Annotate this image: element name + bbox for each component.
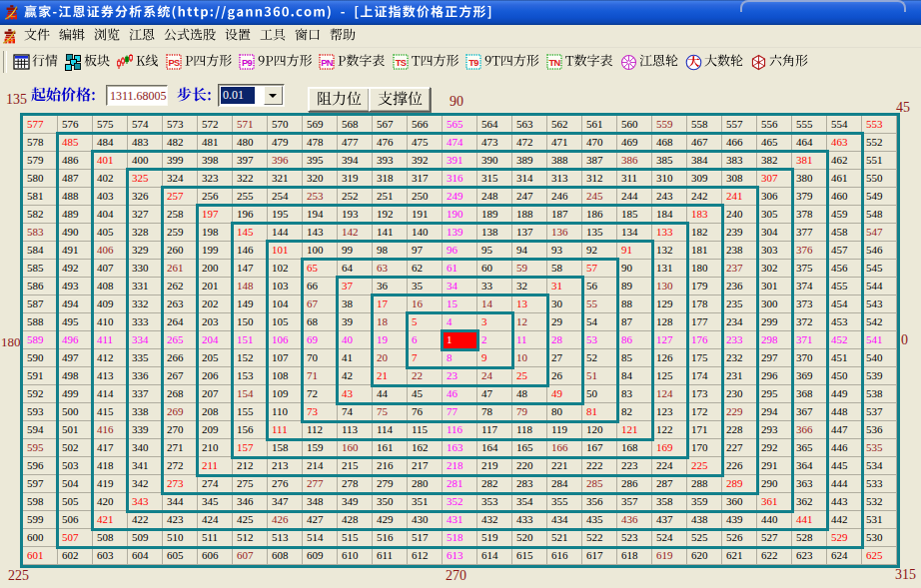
grid-cell[interactable]: 78 <box>477 403 512 421</box>
grid-cell[interactable]: 35 <box>408 278 443 295</box>
grid-cell[interactable]: 543 <box>862 295 897 313</box>
grid-cell[interactable]: 359 <box>687 493 722 511</box>
grid-cell[interactable]: 109 <box>268 385 303 403</box>
grid-cell[interactable]: 395 <box>303 152 338 170</box>
grid-cell[interactable]: 513 <box>268 529 303 547</box>
grid-cell[interactable]: 570 <box>268 116 303 134</box>
grid-cell[interactable]: 524 <box>652 529 687 547</box>
grid-cell[interactable]: 51 <box>582 367 617 385</box>
grid-cell[interactable]: 162 <box>408 439 443 457</box>
grid-cell[interactable]: 137 <box>512 224 547 242</box>
grid-cell[interactable]: 84 <box>617 367 652 385</box>
grid-cell[interactable]: 385 <box>652 152 687 170</box>
grid-cell[interactable]: 361 <box>757 493 792 511</box>
grid-cell[interactable]: 86 <box>617 331 652 349</box>
grid-cell[interactable]: 279 <box>373 475 408 493</box>
grid-cell[interactable]: 373 <box>792 295 827 313</box>
grid-cell[interactable]: 521 <box>547 529 582 547</box>
grid-cell[interactable]: 179 <box>687 278 722 295</box>
grid-cell[interactable]: 578 <box>23 134 58 152</box>
grid-cell[interactable]: 332 <box>128 295 163 313</box>
grid-cell[interactable]: 552 <box>862 134 897 152</box>
grid-cell[interactable]: 259 <box>163 224 198 242</box>
grid-cell[interactable]: 527 <box>757 529 792 547</box>
grid-cell[interactable]: 298 <box>757 331 792 349</box>
grid-cell[interactable]: 394 <box>338 152 373 170</box>
grid-cell[interactable]: 562 <box>547 116 582 134</box>
menu-item-3[interactable] <box>127 27 157 44</box>
grid-cell[interactable]: 456 <box>827 260 862 278</box>
grid-cell[interactable]: 538 <box>862 385 897 403</box>
grid-cell[interactable]: 321 <box>268 170 303 188</box>
grid-cell[interactable]: 284 <box>547 475 582 493</box>
grid-cell[interactable]: 515 <box>338 529 373 547</box>
step-combobox[interactable]: 0.01 <box>218 84 285 107</box>
grid-cell[interactable]: 348 <box>303 493 338 511</box>
grid-cell[interactable]: 551 <box>862 152 897 170</box>
grid-cell[interactable]: 407 <box>93 260 128 278</box>
grid-cell[interactable]: 278 <box>338 475 373 493</box>
grid-cell[interactable]: 205 <box>198 349 233 367</box>
grid-cell[interactable]: 443 <box>827 493 862 511</box>
grid-cell[interactable]: 218 <box>443 457 477 475</box>
grid-cell[interactable]: 380 <box>792 170 827 188</box>
grid-cell[interactable]: 277 <box>303 475 338 493</box>
grid-cell[interactable]: 104 <box>268 295 303 313</box>
grid-cell[interactable]: 347 <box>268 493 303 511</box>
grid-cell[interactable]: 220 <box>512 457 547 475</box>
grid-cell[interactable]: 22 <box>408 367 443 385</box>
grid-cell[interactable]: 560 <box>617 116 652 134</box>
grid-cell[interactable]: 79 <box>512 403 547 421</box>
grid-cell[interactable]: 553 <box>862 116 897 134</box>
grid-cell[interactable]: 4 <box>443 313 477 331</box>
grid-cell[interactable]: 157 <box>233 439 268 457</box>
grid-cell[interactable]: 499 <box>58 385 93 403</box>
grid-cell[interactable]: 333 <box>128 313 163 331</box>
grid-cell[interactable]: 232 <box>722 349 757 367</box>
grid-cell[interactable]: 410 <box>93 313 128 331</box>
grid-cell[interactable]: 566 <box>408 116 443 134</box>
grid-cell[interactable]: 168 <box>617 439 652 457</box>
grid-cell[interactable]: 24 <box>477 367 512 385</box>
grid-cell[interactable]: 246 <box>547 188 582 206</box>
grid-cell[interactable]: 365 <box>792 439 827 457</box>
grid-cell[interactable]: 43 <box>338 385 373 403</box>
grid-cell[interactable]: 230 <box>722 385 757 403</box>
grid-cell[interactable]: 391 <box>443 152 477 170</box>
grid-cell[interactable]: 555 <box>792 116 827 134</box>
grid-cell[interactable]: 186 <box>582 206 617 224</box>
grid-cell[interactable]: 29 <box>547 313 582 331</box>
grid-cell[interactable]: 504 <box>58 475 93 493</box>
grid-cell[interactable]: 369 <box>792 367 827 385</box>
grid-cell[interactable]: 584 <box>23 242 58 260</box>
grid-cell[interactable]: 184 <box>652 206 687 224</box>
grid-cell[interactable]: 173 <box>687 385 722 403</box>
grid-cell[interactable]: 66 <box>303 278 338 295</box>
grid-cell[interactable]: 122 <box>652 421 687 439</box>
grid-cell[interactable]: 237 <box>722 260 757 278</box>
grid-cell[interactable]: 546 <box>862 242 897 260</box>
grid-cell[interactable]: 125 <box>652 367 687 385</box>
grid-cell[interactable]: 535 <box>862 439 897 457</box>
grid-cell[interactable]: 316 <box>443 170 477 188</box>
grid-cell[interactable]: 57 <box>582 260 617 278</box>
grid-cell[interactable]: 358 <box>652 493 687 511</box>
grid-cell[interactable]: 557 <box>722 116 757 134</box>
grid-cell[interactable]: 472 <box>512 134 547 152</box>
grid-cell[interactable]: 468 <box>652 134 687 152</box>
grid-cell[interactable]: 550 <box>862 170 897 188</box>
grid-cell[interactable]: 356 <box>582 493 617 511</box>
grid-cell[interactable]: 430 <box>408 511 443 529</box>
grid-cell[interactable]: 159 <box>303 439 338 457</box>
combo-dropdown-button[interactable] <box>264 86 283 105</box>
grid-cell[interactable]: 253 <box>303 188 338 206</box>
grid-cell[interactable]: 161 <box>373 439 408 457</box>
grid-cell[interactable]: 518 <box>443 529 477 547</box>
grid-cell[interactable]: 491 <box>58 242 93 260</box>
grid-cell[interactable]: 214 <box>303 457 338 475</box>
grid-cell[interactable]: 219 <box>477 457 512 475</box>
grid-cell[interactable]: 252 <box>338 188 373 206</box>
grid-cell[interactable]: 128 <box>652 313 687 331</box>
grid-cell[interactable]: 401 <box>93 152 128 170</box>
grid-cell[interactable]: 47 <box>477 385 512 403</box>
